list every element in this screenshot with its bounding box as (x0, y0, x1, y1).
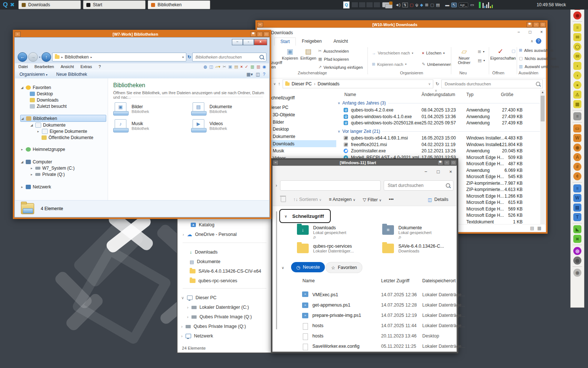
menu-ansicht[interactable]: Ansicht (57, 64, 77, 69)
file-row[interactable]: Q qubes-tools-4.2.0.exe 08.04.2025 13:23… (336, 107, 543, 113)
map-icon[interactable]: ▦ (573, 100, 581, 108)
shade-icon[interactable]: ▀ (437, 160, 443, 165)
files-icon[interactable]: ≡ (573, 184, 581, 192)
quick-item-qubes-rpc[interactable]: qubes-rpc-services Lokaler Datenträger..… (297, 244, 354, 253)
file-row[interactable]: ▤ qubes-tools-x64-4.1.69.1.msi 16.05.202… (336, 135, 543, 141)
help-icon[interactable]: ? (536, 38, 541, 44)
qube-tray-icon[interactable]: ◆ (420, 3, 423, 7)
minimize-button[interactable]: − (232, 39, 243, 45)
recent-file-row[interactable]: hosts 14.07.2025 11:44 Lokaler Datenträg… (273, 321, 456, 331)
notes-icon[interactable]: ▢ (430, 3, 434, 7)
tab-freigeben[interactable]: Freigeben (296, 38, 327, 46)
tree-item-w7-system[interactable]: ▸W7_System (C:) (30, 165, 75, 171)
select-none-button[interactable]: ▢ Nichts auswählen (519, 56, 556, 61)
ring-icon[interactable]: ◯ (573, 43, 581, 51)
delete-button[interactable]: × Löschen ▾ (422, 51, 445, 55)
tree-item-bibliotheken[interactable]: ◢Bibliotheken (20, 115, 106, 122)
paste-icon[interactable]: ▤ (234, 64, 238, 69)
taskbar-button-start[interactable]: Start (83, 0, 146, 9)
col-date[interactable]: Änderungsdatum (422, 92, 455, 97)
maximize-icon[interactable]: □ (437, 169, 440, 174)
new-library-button[interactable]: Neue Bibliothek (52, 72, 92, 77)
nav-item-dieser-pc[interactable]: ∨ Dieser PC (178, 293, 216, 302)
screen-stop-icon[interactable]: ▥ (257, 64, 260, 69)
new-folder-button[interactable]: ▱ Neuer Ordner (453, 47, 475, 65)
view-list-icon[interactable]: ▤ (530, 226, 534, 231)
search-icon[interactable] (259, 55, 264, 59)
restore-icon[interactable]: ▫ (257, 32, 263, 37)
box-icon[interactable]: ▬ (445, 3, 449, 7)
display-red-icon[interactable]: ▢ (410, 3, 413, 7)
library-dokumente[interactable]: ▤ DokumenteBibliothek (191, 101, 268, 117)
tor-browser-icon[interactable]: ◎ (573, 256, 581, 265)
text-icon[interactable]: T (573, 213, 581, 221)
library-videos[interactable]: ▶ VideosBibliothek (191, 118, 268, 134)
up-button[interactable]: ↑ (42, 52, 51, 62)
maximize-icon[interactable]: □ (529, 29, 531, 35)
address-bar[interactable]: ▸ Bibliotheken ▸ ▾ (52, 53, 186, 61)
files-icon[interactable]: ≡ (573, 24, 581, 32)
display-cursor-icon[interactable]: ↖ (451, 3, 457, 7)
tree-item-oeffentliche-dokumente[interactable]: Öffentliche Dokumente (42, 134, 93, 141)
nav-item-qubes-image-q2[interactable]: › Qubes Private Image (Q:) (178, 322, 246, 331)
col-type[interactable]: Typ (466, 92, 473, 97)
minimize-icon[interactable]: − (424, 169, 427, 174)
mixer-icon[interactable]: # (573, 163, 581, 171)
volume-icon[interactable]: ◄) (395, 3, 401, 7)
menu-bearbeiten[interactable]: Bearbeiten (31, 64, 57, 69)
col-accessed[interactable]: Letzter Zugriff (381, 278, 409, 283)
rename-button[interactable]: ✎ Umbenennen (422, 62, 451, 67)
quick-item-dokumente[interactable]: ≡ Dokumente Lokal gespeichert ⚲ (382, 225, 431, 240)
history-icon[interactable]: ◔ (512, 57, 514, 61)
section-schnellzugriff[interactable]: ∨ Schnellzugriff (279, 209, 331, 223)
nav-item-save-folder[interactable]: SAVe-6.4.0.13426-CS-CIV-x64 (178, 267, 261, 276)
tree-item-eigene-dokumente[interactable]: ▸Eigene Dokumente (36, 128, 87, 134)
file-row[interactable]: ▣ ZoomInstaller.exe 20.12.2021 13:26 Anw… (336, 148, 543, 154)
firefox-icon[interactable]: ◉ (573, 144, 581, 152)
tree-item-dokumente[interactable]: ◢Dokumente (30, 122, 65, 128)
more-options-icon[interactable]: ••• (389, 197, 394, 202)
help-icon[interactable]: ? (263, 72, 265, 77)
tab-ansicht[interactable]: Ansicht (327, 38, 354, 46)
qubes-titlebar[interactable]: − [Windows-11] Start ▀ ▫ □ (272, 160, 457, 166)
nav-item-qubes-image-q[interactable]: › Qubes Private Image (Q:) (178, 312, 252, 321)
search-box[interactable] (441, 79, 543, 88)
window-w11-start[interactable]: − [Windows-11] Start ▀ ▫ □ − □ × › ↑↓ So… (271, 158, 458, 353)
clock[interactable]: 10:49:58 Weck (537, 0, 566, 10)
close-button[interactable]: × (254, 39, 267, 45)
invert-selection-button[interactable]: ▥ Auswahl umkehren (519, 64, 559, 69)
restore-icon[interactable]: ▫ (444, 160, 450, 165)
word-icon[interactable]: W (573, 134, 581, 142)
pane-icon[interactable]: ◫ (209, 64, 213, 69)
tree-item-zuletzt-besucht[interactable]: Zuletzt besucht (30, 103, 67, 109)
col-location[interactable]: Dateispeicherort (422, 278, 456, 283)
workspace-pager[interactable] (351, 2, 380, 8)
recent-dropdown-icon[interactable]: ∨ (273, 82, 276, 86)
nav-item-downloads[interactable]: ↓ Downloads ⚲ (178, 248, 218, 256)
menu-datei[interactable]: Datei (15, 64, 31, 69)
delete-icon[interactable] (281, 197, 286, 202)
view-button[interactable]: ≡ Anzeigen ∨ (329, 197, 355, 202)
minimize-icon[interactable]: − (273, 160, 279, 165)
tree-item-downloads[interactable]: Downloads (30, 97, 58, 103)
properties-button[interactable]: ✓ Eigenschaften (490, 47, 511, 60)
globe-icon[interactable]: ◉ (262, 64, 266, 69)
tree-item-private-q[interactable]: ▸Private (Q:) (30, 171, 65, 177)
maximize-icon[interactable]: □ (263, 32, 269, 37)
quick-item-save[interactable]: SAVe-6.4.0.13426-C... Downloads (382, 244, 444, 253)
forward-button[interactable]: → (28, 52, 38, 62)
new-item-icon[interactable]: ⊞▾ (478, 49, 484, 54)
nav-up-icon[interactable]: ◍ (204, 64, 207, 69)
quick-item-downloads[interactable]: ↓ Downloads Lokal gespeichert ⚲ (297, 225, 346, 240)
library-bilder[interactable]: ▣ BilderBibliothek (113, 101, 190, 117)
app-menu-icon[interactable]: ✖ (10, 1, 15, 8)
app-a-icon[interactable]: A (573, 153, 581, 161)
nav-item-onedrive[interactable]: › ☁ OneDrive - Personal (178, 230, 237, 239)
filter-button[interactable]: ▽ Filter ∨ (363, 197, 381, 202)
minimize-icon[interactable]: − (517, 29, 520, 35)
file-row[interactable]: Q qubes-windows-tools-4.1.0.exe 01.04.20… (336, 113, 543, 120)
tree-item-netzwerk[interactable]: ▸Netzwerk (20, 184, 51, 190)
sort-button[interactable]: ↑↓ Sortieren ∨ (293, 197, 322, 202)
scrollbar[interactable]: ▲ (540, 90, 545, 224)
breadcrumb-bibliotheken[interactable]: Bibliotheken (65, 54, 89, 60)
